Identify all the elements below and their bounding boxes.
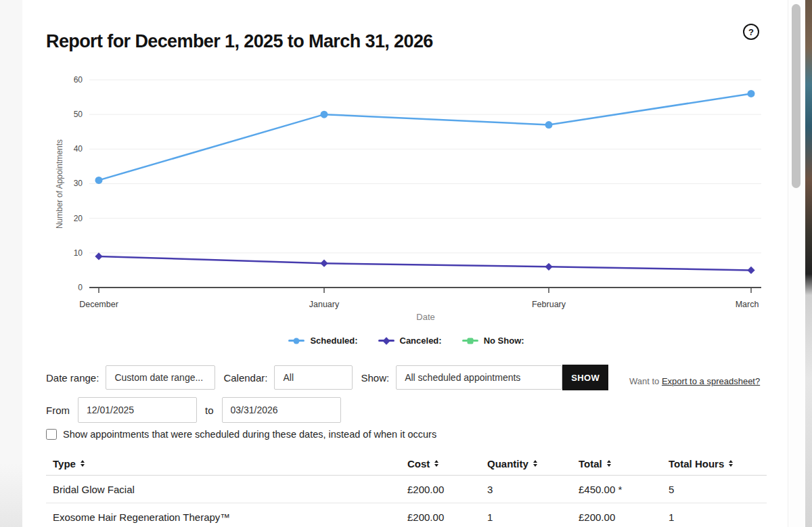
to-date-input[interactable] [222,397,341,423]
legend-diamond-marker-icon [378,340,394,342]
show-button[interactable]: SHOW [562,365,608,390]
table-cell: 1 [480,511,572,523]
legend-item[interactable]: Canceled: [378,336,442,346]
data-point[interactable] [545,263,552,271]
y-tick-label: 0 [78,283,83,292]
y-tick-label: 60 [74,75,83,85]
sort-icon [729,460,733,467]
from-label: From [46,405,70,416]
table-row[interactable]: Bridal Glow Facial£200.003£450.00 *5 [46,476,767,503]
calendar-label: Calendar: [223,372,267,384]
legend-item[interactable]: No Show: [462,336,524,346]
scheduled-during-row: Show appointments that were scheduled du… [46,429,436,440]
data-point[interactable] [545,121,553,129]
column-header-quantity[interactable]: Quantity [480,458,572,469]
data-point[interactable] [321,111,328,118]
legend-marker-shape [294,338,300,344]
table-cell: £200.00 [401,511,480,523]
table-header-row: TypeCostQuantityTotalTotal Hours [46,452,767,476]
scheduled-during-checkbox[interactable] [46,429,57,440]
x-tick-label: February [532,300,566,309]
appointments-line-chart: 0102030405060Number of AppointmentsDecem… [0,0,785,326]
legend-label: Canceled: [400,336,442,346]
table-cell: £450.00 * [572,484,662,495]
table-cell: 3 [480,484,572,495]
data-point[interactable] [320,260,328,267]
scrollbar-track[interactable] [788,0,806,527]
y-tick-label: 20 [74,214,83,223]
table-cell: Bridal Glow Facial [46,484,401,495]
y-tick-label: 30 [74,179,83,188]
table-cell: £200.00 [401,484,480,495]
series-line-circle [99,93,751,180]
scrollbar-thumb[interactable] [792,4,800,188]
sort-icon [607,460,611,467]
column-header-label: Total Hours [669,458,724,469]
data-point[interactable] [748,90,755,97]
legend-item[interactable]: Scheduled: [288,336,357,346]
column-header-label: Total [579,458,602,469]
x-axis-title: Date [416,312,434,322]
column-header-total[interactable]: Total [572,458,662,469]
sort-icon [533,460,537,467]
column-header-total-hours[interactable]: Total Hours [662,458,767,469]
column-header-label: Quantity [487,458,528,469]
y-tick-label: 50 [74,110,83,119]
to-label: to [205,405,214,416]
legend-marker-shape [467,338,473,344]
y-axis-title: Number of Appointments [55,139,64,229]
legend-plus-marker-icon [462,340,478,342]
legend-label: Scheduled: [310,336,357,346]
data-point[interactable] [747,267,754,274]
legend-circle-marker-icon [288,340,304,342]
column-header-label: Cost [407,458,430,469]
scheduled-during-label: Show appointments that were scheduled du… [63,429,436,440]
table-row[interactable]: Exosome Hair Regeneration Therapy™£200.0… [46,503,767,527]
show-label: Show: [361,372,389,384]
sort-icon [434,460,438,467]
from-date-input[interactable] [78,397,197,423]
x-tick-label: January [309,300,340,309]
sort-icon [81,460,85,467]
date-range-row: From to [46,397,349,423]
column-header-cost[interactable]: Cost [401,458,480,469]
show-select[interactable]: All scheduled appointments [396,365,562,390]
export-link[interactable]: Export to a spreadsheet? [662,376,760,386]
series-line-diamond [99,256,751,270]
x-tick-label: March [736,300,759,309]
chart-legend: Scheduled:Canceled:No Show: [46,336,767,346]
legend-marker-shape [382,337,390,344]
table-cell: Exosome Hair Regeneration Therapy™ [46,511,401,523]
x-tick-label: December [79,300,118,309]
table-body: Bridal Glow Facial£200.003£450.00 *5Exos… [46,476,767,527]
report-page: Report for December 1, 2025 to March 31,… [0,0,812,527]
y-tick-label: 10 [74,248,83,258]
appointments-table: TypeCostQuantityTotalTotal Hours Bridal … [46,452,767,527]
table-cell: £200.00 [572,511,662,523]
calendar-select[interactable]: All [274,365,353,390]
y-tick-label: 40 [74,144,83,154]
column-header-type[interactable]: Type [46,458,401,469]
table-cell: 1 [662,511,767,523]
date-range-select[interactable]: Custom date range... [106,365,215,390]
legend-label: No Show: [484,336,524,346]
table-cell: 5 [662,484,767,495]
data-point[interactable] [95,252,102,260]
export-prefix: Want to [629,376,662,386]
filter-bar: Date range: Custom date range... Calenda… [46,365,608,390]
data-point[interactable] [95,177,103,184]
export-row: Want to Export to a spreadsheet? [629,376,760,386]
background-window-sliver [805,0,812,527]
column-header-label: Type [53,458,76,469]
date-range-label: Date range: [46,372,99,384]
